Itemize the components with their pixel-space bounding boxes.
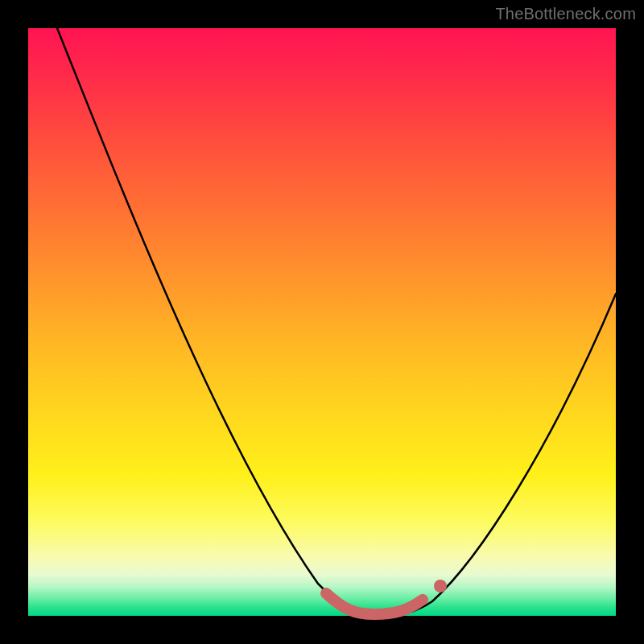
highlight-band [326, 593, 423, 614]
chart-svg [28, 28, 616, 616]
chart-frame: TheBottleneck.com [0, 0, 644, 644]
watermark-text: TheBottleneck.com [495, 5, 636, 23]
highlight-marker [434, 580, 447, 592]
bottleneck-curve [57, 28, 616, 616]
